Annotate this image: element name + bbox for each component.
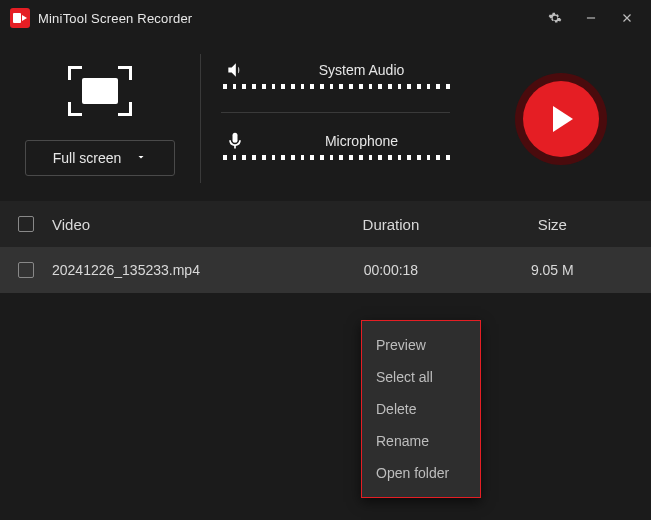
recording-name: 20241226_135233.mp4 — [52, 262, 310, 278]
play-icon — [553, 106, 573, 132]
microphone-toggle[interactable]: Microphone — [221, 125, 450, 155]
app-logo-icon — [10, 8, 30, 28]
title-bar: MiniTool Screen Recorder — [0, 0, 651, 36]
microphone-level[interactable] — [221, 155, 450, 169]
recording-duration: 00:00:18 — [310, 262, 471, 278]
select-all-checkbox[interactable] — [18, 216, 34, 232]
row-checkbox[interactable] — [18, 262, 34, 278]
close-button[interactable] — [609, 0, 645, 36]
settings-button[interactable] — [537, 0, 573, 36]
microphone-icon — [221, 131, 249, 151]
menu-preview[interactable]: Preview — [362, 329, 480, 361]
column-header-duration: Duration — [310, 216, 471, 233]
microphone-label: Microphone — [273, 133, 450, 149]
close-icon — [620, 11, 634, 25]
recorder-panel: Full screen System Audio Microphone — [0, 36, 651, 201]
system-audio-level[interactable] — [221, 84, 450, 98]
menu-delete[interactable]: Delete — [362, 393, 480, 425]
context-menu: Preview Select all Delete Rename Open fo… — [361, 320, 481, 498]
menu-select-all[interactable]: Select all — [362, 361, 480, 393]
recordings-table-header: Video Duration Size — [0, 201, 651, 247]
menu-open-folder[interactable]: Open folder — [362, 457, 480, 489]
chevron-down-icon — [135, 150, 147, 166]
capture-mode-dropdown[interactable]: Full screen — [25, 140, 175, 176]
system-audio-toggle[interactable]: System Audio — [221, 54, 450, 84]
recording-size: 9.05 M — [472, 262, 633, 278]
column-header-size: Size — [472, 216, 633, 233]
system-audio-label: System Audio — [273, 62, 450, 78]
gear-icon — [548, 11, 562, 25]
capture-region-icon[interactable] — [68, 66, 132, 116]
app-title: MiniTool Screen Recorder — [38, 11, 192, 26]
minimize-button[interactable] — [573, 0, 609, 36]
record-button[interactable] — [523, 81, 599, 157]
menu-rename[interactable]: Rename — [362, 425, 480, 457]
capture-mode-label: Full screen — [53, 150, 121, 166]
table-row[interactable]: 20241226_135233.mp4 00:00:18 9.05 M — [0, 247, 651, 293]
column-header-video: Video — [52, 216, 310, 233]
svg-rect-0 — [587, 17, 595, 18]
speaker-icon — [221, 60, 249, 80]
minimize-icon — [584, 11, 598, 25]
